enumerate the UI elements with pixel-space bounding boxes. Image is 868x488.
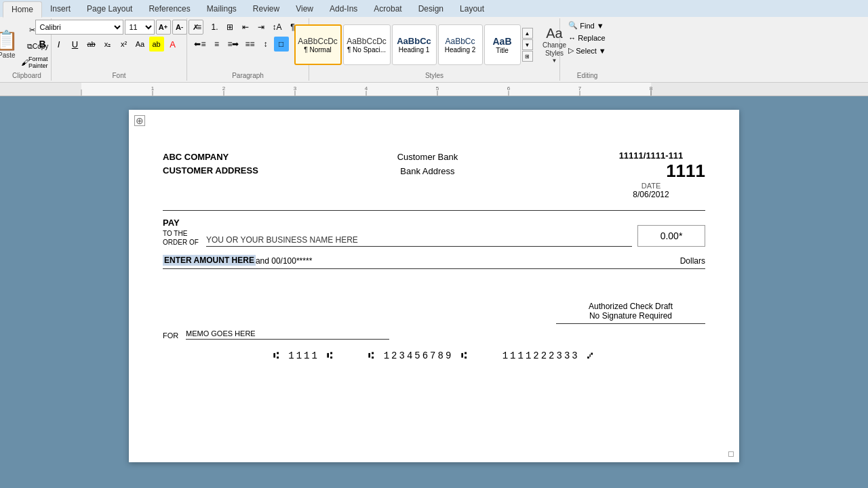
font-size-select[interactable]: 11 bbox=[125, 20, 155, 35]
tab-home[interactable]: Home bbox=[3, 1, 42, 18]
memo-placeholder: MEMO GOES HERE bbox=[186, 329, 389, 340]
style-heading1-label: Heading 1 bbox=[399, 46, 430, 54]
micr-routing: ⑆ 1111 ⑆ bbox=[273, 350, 334, 361]
styles-group: AaBbCcDc ¶ Normal AaBbCcDc ¶ No Spaci...… bbox=[309, 18, 560, 81]
amount-value: 0.00* bbox=[660, 230, 683, 241]
sort-button[interactable]: ↕A bbox=[269, 20, 284, 35]
bank-address: Bank Address bbox=[397, 165, 458, 179]
italic-button[interactable]: I bbox=[52, 37, 66, 52]
replace-button[interactable]: ↔ Replace bbox=[566, 33, 608, 43]
select-icon: ▷ bbox=[568, 46, 574, 55]
tab-review[interactable]: Review bbox=[245, 1, 288, 17]
styles-scroll-up-button[interactable]: ▲ bbox=[522, 28, 533, 39]
svg-text:8: 8 bbox=[650, 85, 653, 92]
font-color-button[interactable]: A bbox=[165, 37, 180, 52]
tab-view[interactable]: View bbox=[288, 1, 321, 17]
tab-insert[interactable]: Insert bbox=[42, 1, 79, 17]
bullets-button[interactable]: ≡ bbox=[191, 20, 206, 35]
bank-name: Customer Bank bbox=[397, 150, 458, 165]
change-case-button[interactable]: Aa bbox=[133, 37, 148, 52]
replace-icon: ↔ bbox=[568, 34, 576, 42]
style-no-spacing[interactable]: AaBbCcDc ¶ No Spaci... bbox=[343, 24, 391, 65]
styles-expand-button[interactable]: ⊞ bbox=[522, 51, 533, 62]
bold-button[interactable]: B bbox=[35, 37, 50, 52]
highlight-button[interactable]: ab bbox=[149, 37, 164, 52]
copy-icon: ⧉ bbox=[27, 42, 33, 51]
ribbon: Home Insert Page Layout References Maili… bbox=[0, 0, 868, 83]
justify-button[interactable]: ≡≡ bbox=[243, 37, 258, 52]
underline-button[interactable]: U bbox=[68, 37, 83, 52]
amount-text-rest: and 00/100***** bbox=[256, 256, 675, 266]
svg-text:2: 2 bbox=[222, 85, 226, 92]
top-separator bbox=[163, 210, 705, 211]
font-grow-button[interactable]: A+ bbox=[156, 20, 171, 35]
micr-section: ⑆ 1111 ⑆ ⑆ 123456789 ⑆ 1111222333 ⑇ bbox=[163, 350, 705, 361]
style-heading2[interactable]: AaBbCc Heading 2 bbox=[438, 24, 483, 65]
signature-line bbox=[556, 323, 705, 324]
strikethrough-button[interactable]: ab bbox=[84, 37, 99, 52]
check-number: 1111 bbox=[597, 161, 705, 182]
company-info: ABC COMPANY CUSTOMER ADDRESS bbox=[163, 150, 258, 177]
style-heading1[interactable]: AaBbCc Heading 1 bbox=[392, 24, 437, 65]
numbering-button[interactable]: 1. bbox=[207, 20, 222, 35]
routing-number: 11111/1111-111 bbox=[597, 150, 705, 161]
shading-button[interactable]: □ bbox=[274, 37, 289, 52]
amount-box: 0.00* bbox=[637, 225, 705, 247]
find-button[interactable]: 🔍 Find ▼ bbox=[566, 20, 606, 31]
pay-labels: PAY TO THE ORDER OF bbox=[163, 218, 203, 247]
for-label: FOR bbox=[163, 331, 183, 340]
document: ⊕ ABC COMPANY CUSTOMER ADDRESS Customer … bbox=[129, 110, 739, 462]
amount-text-selected: ENTER AMOUNT HERE bbox=[163, 255, 256, 266]
tab-layout[interactable]: Layout bbox=[452, 1, 492, 17]
to-the-label: TO THE bbox=[163, 229, 203, 238]
svg-text:1: 1 bbox=[151, 85, 155, 92]
tab-mailings[interactable]: Mailings bbox=[199, 1, 245, 17]
move-handle[interactable]: ⊕ bbox=[134, 115, 145, 126]
paste-button[interactable]: 📋 Paste bbox=[0, 20, 17, 70]
style-no-spacing-label: ¶ No Spaci... bbox=[347, 46, 386, 54]
signature-section: Authorized Check Draft No Signature Requ… bbox=[163, 302, 705, 324]
authorized-block: Authorized Check Draft No Signature Requ… bbox=[556, 302, 705, 324]
document-area: ⊕ ABC COMPANY CUSTOMER ADDRESS Customer … bbox=[0, 96, 868, 476]
bank-info: Customer Bank Bank Address bbox=[397, 150, 458, 179]
tab-references[interactable]: References bbox=[140, 1, 198, 17]
decrease-indent-button[interactable]: ⇤ bbox=[238, 20, 253, 35]
font-name-select[interactable]: Calibri bbox=[35, 20, 123, 35]
font-shrink-button[interactable]: A- bbox=[172, 20, 187, 35]
ribbon-tabs-bar: Home Insert Page Layout References Maili… bbox=[0, 0, 868, 17]
superscript-button[interactable]: x² bbox=[117, 37, 132, 52]
align-center-button[interactable]: ≡ bbox=[209, 37, 224, 52]
line-spacing-button[interactable]: ↕ bbox=[258, 37, 273, 52]
micr-check: 1111222333 ⑇ bbox=[502, 350, 595, 361]
check-header: ABC COMPANY CUSTOMER ADDRESS Customer Ba… bbox=[163, 150, 705, 199]
authorized-line1: Authorized Check Draft bbox=[556, 302, 705, 311]
subscript-button[interactable]: x₂ bbox=[100, 37, 115, 52]
style-normal[interactable]: AaBbCcDc ¶ Normal bbox=[294, 24, 342, 65]
svg-text:4: 4 bbox=[365, 85, 368, 92]
align-right-button[interactable]: ≡➡ bbox=[224, 37, 241, 52]
tab-acrobat[interactable]: Acrobat bbox=[366, 1, 410, 17]
style-no-spacing-preview: AaBbCcDc bbox=[347, 37, 387, 46]
tab-addins[interactable]: Add-Ins bbox=[321, 1, 366, 17]
style-title[interactable]: AaB Title bbox=[484, 24, 521, 65]
select-dropdown-icon: ▼ bbox=[599, 47, 606, 55]
svg-text:6: 6 bbox=[507, 85, 511, 92]
style-normal-label: ¶ Normal bbox=[304, 46, 331, 54]
style-heading2-preview: AaBbCc bbox=[445, 37, 475, 46]
find-dropdown-icon: ▼ bbox=[597, 22, 604, 30]
tab-page-layout[interactable]: Page Layout bbox=[79, 1, 140, 17]
paste-icon: 📋 bbox=[0, 31, 18, 50]
check-number-section: 11111/1111-111 1111 DATE 8/06/2012 bbox=[597, 150, 705, 199]
resize-handle[interactable] bbox=[728, 451, 734, 457]
style-title-label: Title bbox=[496, 47, 509, 54]
select-button[interactable]: ▷ Select ▼ bbox=[566, 45, 608, 56]
ruler-svg: 1 2 3 4 5 6 7 8 bbox=[0, 83, 868, 96]
font-group: Calibri 11 A+ A- ✗ B I U ab x₂ x² Aa bbox=[52, 18, 187, 81]
company-address: CUSTOMER ADDRESS bbox=[163, 164, 258, 178]
svg-text:5: 5 bbox=[436, 85, 439, 92]
styles-scroll-down-button[interactable]: ▼ bbox=[522, 39, 533, 50]
multilevel-button[interactable]: ⊞ bbox=[222, 20, 237, 35]
align-left-button[interactable]: ⬅≡ bbox=[191, 37, 208, 52]
increase-indent-button[interactable]: ⇥ bbox=[254, 20, 269, 35]
tab-design[interactable]: Design bbox=[410, 1, 452, 17]
